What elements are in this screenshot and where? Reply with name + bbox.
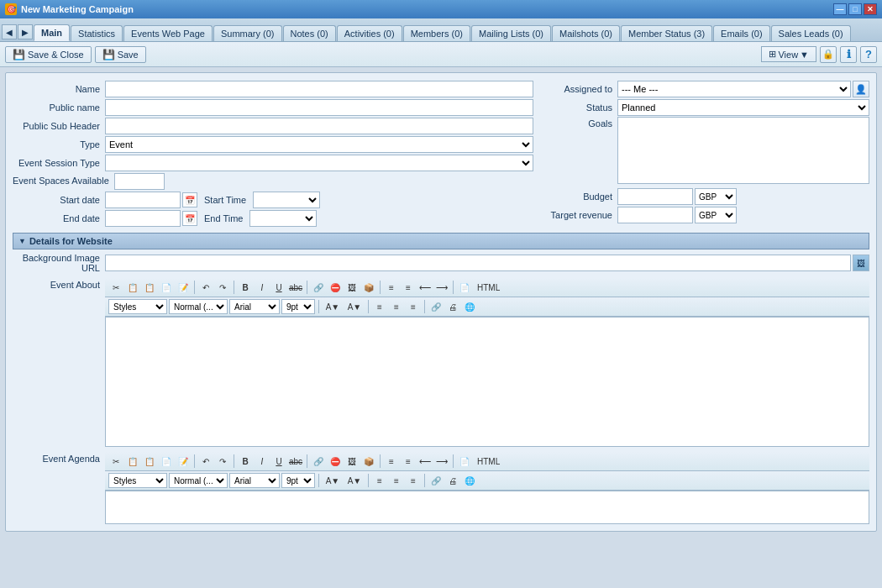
tab-member-status[interactable]: Member Status (3) [621, 25, 712, 41]
rte-paste-word-icon[interactable]: 📝 [176, 280, 191, 295]
rte-print-icon[interactable]: 🖨 [445, 299, 460, 314]
tab-statistics[interactable]: Statistics [71, 25, 123, 41]
agenda-rte-ol-icon[interactable]: ≡ [384, 454, 399, 469]
event-spaces-input[interactable] [114, 173, 165, 190]
agenda-rte-table-icon[interactable]: 📦 [361, 454, 376, 469]
rte-source-icon[interactable]: 📄 [457, 280, 472, 295]
type-select[interactable]: Event Campaign Email [105, 136, 533, 153]
public-sub-header-input[interactable] [105, 118, 533, 134]
tab-members[interactable]: Members (0) [403, 25, 470, 41]
end-date-picker-icon[interactable]: 📅 [182, 211, 197, 226]
agenda-rte-link2-icon[interactable]: 🔗 [428, 473, 444, 488]
rte-table-icon[interactable]: 📦 [361, 280, 376, 295]
agenda-rte-strikethrough-button[interactable]: abc [288, 454, 303, 469]
section-collapse-icon[interactable]: ▼ [18, 237, 26, 245]
name-input[interactable] [105, 81, 533, 97]
rte-link-icon[interactable]: 🔗 [311, 280, 326, 295]
start-time-select[interactable] [253, 192, 320, 208]
tab-activities[interactable]: Activities (0) [337, 25, 402, 41]
agenda-rte-print-icon[interactable]: 🖨 [445, 473, 460, 488]
target-currency-select[interactable]: GBP USD EUR [695, 207, 737, 223]
tab-nav-prev[interactable]: ◀ [2, 24, 17, 39]
event-about-rte-body[interactable] [105, 317, 869, 447]
tab-mailshots[interactable]: Mailshots (0) [552, 25, 620, 41]
rte-align-center-icon[interactable]: ≡ [389, 299, 404, 314]
agenda-rte-indent-icon[interactable]: ⟶ [434, 454, 449, 469]
lock-button[interactable]: 🔒 [820, 46, 837, 63]
agenda-rte-outdent-icon[interactable]: ⟵ [417, 454, 433, 469]
agenda-rte-font-color-icon[interactable]: A▼ [323, 473, 343, 488]
target-revenue-input[interactable] [617, 207, 693, 223]
rte-bold-button[interactable]: B [238, 280, 253, 295]
rte-fullscreen-icon[interactable]: 🌐 [462, 299, 477, 314]
tab-summary[interactable]: Summary (0) [213, 25, 282, 41]
public-name-input[interactable] [105, 99, 533, 116]
rte-copy-icon[interactable]: 📋 [125, 280, 140, 295]
tab-sales-leads[interactable]: Sales Leads (0) [771, 25, 851, 41]
maximize-button[interactable]: □ [848, 3, 862, 15]
rte-html-button[interactable]: HTML [474, 280, 503, 295]
info-button[interactable]: ℹ [840, 46, 857, 63]
rte-redo-icon[interactable]: ↷ [215, 280, 230, 295]
rte-font-color-icon[interactable]: A▼ [323, 299, 343, 314]
goals-textarea[interactable] [617, 117, 869, 184]
rte-italic-button[interactable]: I [255, 280, 270, 295]
agenda-rte-italic-button[interactable]: I [255, 454, 270, 469]
help-button[interactable]: ? [860, 46, 877, 63]
agenda-rte-align-left-icon[interactable]: ≡ [372, 473, 387, 488]
tab-mailing-lists[interactable]: Mailing Lists (0) [471, 25, 551, 41]
agenda-rte-html-button[interactable]: HTML [474, 454, 503, 469]
rte-paste-icon[interactable]: 📋 [142, 280, 157, 295]
tab-events-web-page[interactable]: Events Web Page [123, 25, 213, 41]
rte-cut-icon[interactable]: ✂ [108, 280, 123, 295]
agenda-rte-copy-icon[interactable]: 📋 [125, 454, 140, 469]
agenda-rte-redo-icon[interactable]: ↷ [215, 454, 230, 469]
agenda-rte-fullscreen-icon[interactable]: 🌐 [462, 473, 477, 488]
rte-align-right-icon[interactable]: ≡ [406, 299, 421, 314]
rte-unlink-icon[interactable]: ⛔ [328, 280, 343, 295]
save-close-button[interactable]: 💾 Save & Close [5, 46, 92, 63]
user-picker-button[interactable]: 👤 [853, 81, 869, 97]
agenda-rte-image-icon[interactable]: 🖼 [344, 454, 360, 469]
agenda-rte-bg-color-icon[interactable]: A▼ [344, 473, 365, 488]
bg-image-url-input[interactable] [105, 255, 851, 271]
rte-undo-icon[interactable]: ↶ [198, 280, 213, 295]
rte-paste-text-icon[interactable]: 📄 [159, 280, 174, 295]
rte-image-icon[interactable]: 🖼 [344, 280, 360, 295]
agenda-rte-paste-text-icon[interactable]: 📄 [159, 454, 174, 469]
agenda-rte-paste-icon[interactable]: 📋 [142, 454, 157, 469]
tab-nav-next[interactable]: ▶ [18, 24, 33, 39]
rte-align-left-icon[interactable]: ≡ [372, 299, 387, 314]
start-date-input[interactable] [105, 192, 181, 208]
agenda-rte-cut-icon[interactable]: ✂ [108, 454, 123, 469]
rte-size-select[interactable]: 9pt [281, 299, 315, 314]
rte-underline-button[interactable]: U [271, 280, 286, 295]
agenda-rte-link-icon[interactable]: 🔗 [311, 454, 326, 469]
rte-styles-select[interactable]: Styles [108, 299, 167, 314]
end-time-select[interactable] [249, 210, 317, 227]
close-button[interactable]: ✕ [864, 3, 877, 15]
agenda-rte-bold-button[interactable]: B [238, 454, 253, 469]
rte-font-select[interactable]: Arial [229, 299, 280, 314]
view-button[interactable]: ⊞ View ▼ [761, 46, 816, 62]
agenda-rte-align-center-icon[interactable]: ≡ [389, 473, 404, 488]
agenda-rte-size-select[interactable]: 9pt [281, 473, 315, 488]
agenda-rte-ul-icon[interactable]: ≡ [401, 454, 416, 469]
rte-ul-icon[interactable]: ≡ [401, 280, 416, 295]
save-button[interactable]: 💾 Save [95, 46, 146, 63]
end-date-input[interactable] [105, 210, 181, 227]
rte-bg-color-icon[interactable]: A▼ [344, 299, 365, 314]
agenda-rte-styles-select[interactable]: Styles [108, 473, 167, 488]
rte-outdent-icon[interactable]: ⟵ [417, 280, 433, 295]
agenda-rte-format-select[interactable]: Normal (... [169, 473, 228, 488]
agenda-rte-font-select[interactable]: Arial [229, 473, 280, 488]
rte-strikethrough-button[interactable]: abc [288, 280, 303, 295]
tab-main[interactable]: Main [34, 24, 70, 41]
event-agenda-rte-body[interactable] [105, 491, 869, 524]
agenda-rte-source-icon[interactable]: 📄 [457, 454, 472, 469]
tab-notes[interactable]: Notes (0) [283, 25, 336, 41]
agenda-rte-underline-button[interactable]: U [271, 454, 286, 469]
rte-link2-icon[interactable]: 🔗 [428, 299, 444, 314]
status-select[interactable]: Planned Active Inactive Complete [617, 99, 869, 116]
tab-emails[interactable]: Emails (0) [713, 25, 770, 41]
